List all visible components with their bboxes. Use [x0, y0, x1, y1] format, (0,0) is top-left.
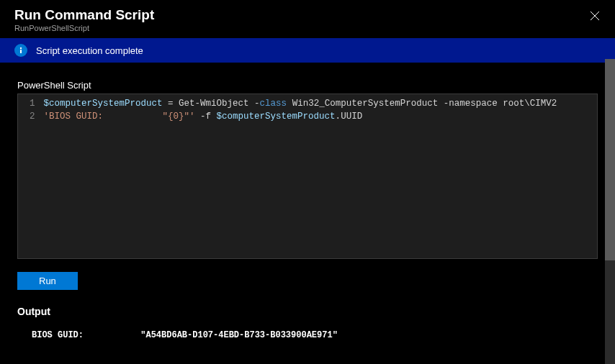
code-editor[interactable]: 1 2 $computerSystemProduct = Get-WmiObje… [17, 94, 598, 259]
output-section: Output BIOS GUID: "A54BD6AB-D107-4EBD-B7… [17, 306, 598, 346]
script-label: PowerShell Script [17, 80, 598, 91]
line-number: 2 [30, 110, 35, 123]
status-message: Script execution complete [36, 45, 143, 56]
svg-point-2 [20, 47, 22, 49]
panel-title: Run Command Script [14, 7, 601, 23]
line-numbers: 1 2 [18, 94, 44, 258]
code-token: Get-WmiObject [179, 99, 249, 109]
code-token: -f [195, 112, 217, 122]
close-icon [590, 11, 600, 21]
status-bar: Script execution complete [0, 38, 615, 63]
output-label: Output [17, 306, 598, 317]
code-token: - [249, 99, 260, 109]
code-content[interactable]: $computerSystemProduct = Get-WmiObject -… [44, 94, 597, 258]
svg-rect-3 [20, 50, 22, 53]
content-area: PowerShell Script 1 2 $computerSystemPro… [0, 63, 615, 346]
line-number: 1 [30, 97, 35, 110]
code-token: $computerSystemProduct [44, 99, 163, 109]
panel-header: Run Command Script RunPowerShellScript [0, 0, 615, 38]
code-token: UUID [341, 112, 362, 122]
output-content: BIOS GUID: "A54BD6AB-D107-4EBD-B733-B033… [17, 324, 598, 346]
run-button[interactable]: Run [17, 272, 78, 290]
code-token: -namespace root\CIMV2 [444, 99, 557, 109]
scrollbar-thumb[interactable] [605, 59, 615, 260]
code-token: Win32_ComputerSystemProduct [287, 99, 444, 109]
code-token: 'BIOS GUID: "{0}"' [44, 112, 195, 122]
code-token: = [163, 99, 179, 109]
code-token: . [336, 112, 341, 122]
scrollbar[interactable] [605, 59, 615, 364]
code-token: $computerSystemProduct [217, 112, 336, 122]
panel-subtitle: RunPowerShellScript [14, 24, 601, 32]
info-icon [14, 44, 27, 57]
code-token: class [260, 99, 287, 109]
close-button[interactable] [588, 9, 602, 23]
